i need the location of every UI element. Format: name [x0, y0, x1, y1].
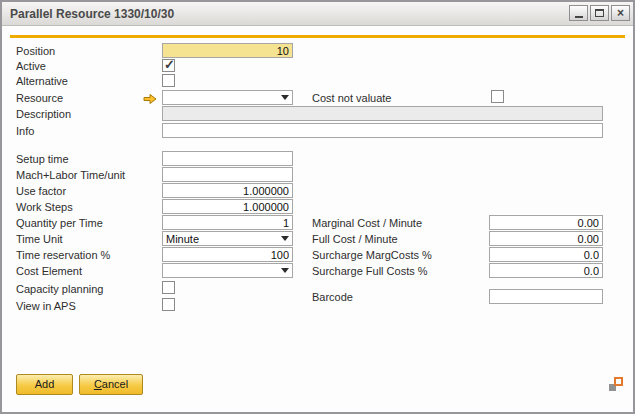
surcharge-full-costs-label: Surcharge Full Costs %: [312, 265, 428, 277]
cost-element-label: Cost Element: [16, 265, 82, 277]
maximize-button[interactable]: [590, 5, 609, 21]
minimize-icon: [575, 16, 583, 18]
use-factor-input[interactable]: [162, 183, 293, 198]
window-title: Parallel Resource 1330/10/30: [10, 7, 174, 21]
info-input[interactable]: [162, 123, 603, 138]
view-in-aps-checkbox[interactable]: [162, 298, 175, 311]
cancel-accel: C: [94, 378, 102, 390]
chevron-down-icon: [281, 236, 289, 241]
time-reservation-input[interactable]: [162, 247, 293, 262]
window-controls: ×: [569, 5, 630, 21]
full-cost-label: Full Cost / Minute: [312, 233, 398, 245]
mach-labor-time-input[interactable]: [162, 167, 293, 182]
accent-bar: [10, 35, 625, 38]
quantity-per-time-label: Quantity per Time: [16, 217, 103, 229]
alternative-label: Alternative: [16, 75, 68, 87]
dialog-window: Parallel Resource 1330/10/30 × Position …: [0, 0, 635, 414]
form-resize-icon[interactable]: [609, 377, 623, 391]
resource-label: Resource: [16, 92, 63, 104]
position-label: Position: [16, 45, 55, 57]
cancel-rest: ancel: [102, 378, 128, 390]
minimize-button[interactable]: [569, 5, 588, 21]
marginal-cost-input[interactable]: [489, 215, 603, 230]
title-bar[interactable]: Parallel Resource 1330/10/30 ×: [2, 2, 633, 26]
cost-element-dropdown[interactable]: [162, 263, 293, 278]
surcharge-margcosts-label: Surcharge MargCosts %: [312, 249, 432, 261]
active-label: Active: [16, 60, 46, 72]
alternative-checkbox[interactable]: [162, 74, 175, 87]
work-steps-input[interactable]: [162, 199, 293, 214]
resize-orange-square: [614, 377, 623, 386]
resource-dropdown[interactable]: [162, 90, 293, 105]
cost-not-valuate-checkbox[interactable]: [491, 90, 504, 103]
chevron-down-icon: [281, 268, 289, 273]
cancel-button[interactable]: Cancel: [79, 374, 143, 395]
time-reservation-label: Time reservation %: [16, 249, 110, 261]
cost-not-valuate-label: Cost not valuate: [312, 92, 392, 104]
position-input[interactable]: [162, 43, 293, 58]
use-factor-label: Use factor: [16, 185, 66, 197]
quantity-per-time-input[interactable]: [162, 215, 293, 230]
setup-time-input[interactable]: [162, 151, 293, 166]
setup-time-label: Setup time: [16, 153, 69, 165]
surcharge-full-costs-input[interactable]: [489, 263, 603, 278]
capacity-planning-checkbox[interactable]: [162, 281, 175, 294]
barcode-input[interactable]: [489, 289, 603, 304]
capacity-planning-label: Capacity planning: [16, 283, 103, 295]
marginal-cost-label: Marginal Cost / Minute: [312, 217, 422, 229]
time-unit-label: Time Unit: [16, 233, 63, 245]
close-button[interactable]: ×: [611, 5, 630, 21]
barcode-label: Barcode: [312, 291, 353, 303]
full-cost-input[interactable]: [489, 231, 603, 246]
add-button[interactable]: Add: [16, 374, 73, 395]
time-unit-dropdown[interactable]: Minute: [162, 231, 293, 246]
info-label: Info: [16, 125, 34, 137]
link-arrow-icon[interactable]: [143, 91, 157, 103]
chevron-down-icon: [281, 95, 289, 100]
view-in-aps-label: View in APS: [16, 300, 76, 312]
close-icon: ×: [617, 7, 624, 19]
time-unit-value: Minute: [163, 233, 281, 245]
maximize-icon: [595, 9, 604, 17]
mach-labor-time-label: Mach+Labor Time/unit: [16, 169, 125, 181]
description-label: Description: [16, 108, 71, 120]
description-input[interactable]: [162, 106, 603, 121]
work-steps-label: Work Steps: [16, 201, 73, 213]
surcharge-margcosts-input[interactable]: [489, 247, 603, 262]
active-checkbox[interactable]: [162, 59, 175, 72]
